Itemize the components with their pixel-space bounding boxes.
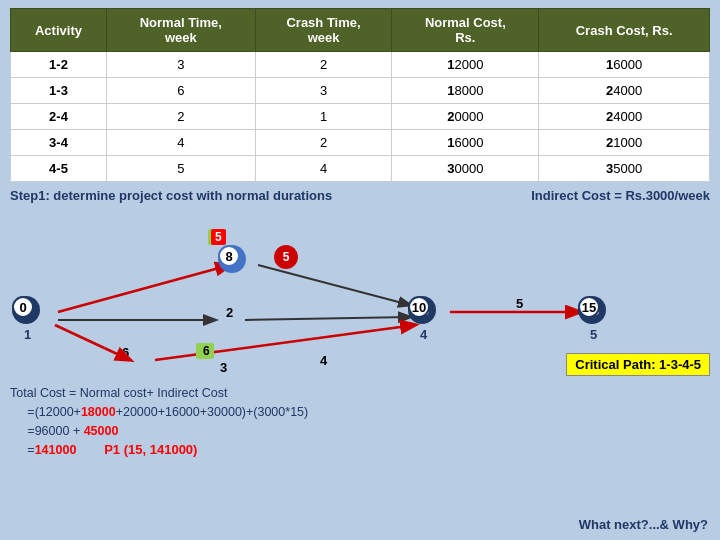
svg-line-5	[55, 325, 130, 360]
table-cell: 21000	[539, 130, 710, 156]
activity-table: Activity Normal Time,week Crash Time,wee…	[10, 8, 710, 182]
critical-path-box: Critical Path: 1-3-4-5	[566, 353, 710, 376]
col-header-crash-time: Crash Time,week	[255, 9, 392, 52]
table-cell: 4	[255, 156, 392, 182]
table-cell: 2-4	[11, 104, 107, 130]
cost-area: Total Cost = Normal cost+ Indirect Cost …	[0, 380, 720, 460]
step-area: Step1: determine project cost with norma…	[0, 186, 720, 203]
table-cell: 20000	[392, 104, 539, 130]
col-header-normal-cost: Normal Cost,Rs.	[392, 9, 539, 52]
table-cell: 4-5	[11, 156, 107, 182]
p1-label: P1 (15, 141000)	[104, 442, 197, 457]
node-inner-15: 15	[578, 296, 600, 318]
table-cell: 2	[255, 130, 392, 156]
svg-line-6	[155, 325, 415, 360]
col-header-crash-cost: Crash Cost, Rs.	[539, 9, 710, 52]
table-cell: 4	[106, 130, 255, 156]
total-cost-line2: =(12000+18000+20000+16000+30000)+(3000*1…	[10, 403, 710, 422]
table-cell: 2	[255, 52, 392, 78]
table-cell: 2	[106, 104, 255, 130]
table-cell: 6	[106, 78, 255, 104]
svg-line-1	[258, 265, 410, 305]
table-cell: 18000	[392, 78, 539, 104]
node-inner-0: 0	[12, 296, 34, 318]
table-cell: 16000	[539, 52, 710, 78]
indirect-text: Indirect Cost = Rs.3000/week	[531, 188, 710, 203]
table-cell: 1-2	[11, 52, 107, 78]
table-cell: 30000	[392, 156, 539, 182]
total-cost-line4: =141000 P1 (15, 141000)	[10, 440, 710, 460]
table-cell: 12000	[392, 52, 539, 78]
table-cell: 3	[106, 52, 255, 78]
node-inner-8: 8	[218, 245, 240, 267]
table-cell: 24000	[539, 104, 710, 130]
table-cell: 1-3	[11, 78, 107, 104]
network-diagram: 0 0 1 3 8 5 2 10 10 4 5 15 15 5 6 6 6 3 …	[0, 205, 720, 380]
table-cell: 1	[255, 104, 392, 130]
table-cell: 24000	[539, 78, 710, 104]
total-cost-line3: =96000 + 45000	[10, 422, 710, 441]
what-next-text: What next?...& Why?	[579, 517, 708, 532]
table-cell: 3-4	[11, 130, 107, 156]
total-cost-line1: Total Cost = Normal cost+ Indirect Cost	[10, 384, 710, 403]
col-header-normal-time: Normal Time,week	[106, 9, 255, 52]
table-cell: 5	[106, 156, 255, 182]
table-cell: 16000	[392, 130, 539, 156]
col-header-activity: Activity	[11, 9, 107, 52]
node-inner-10: 10	[408, 296, 430, 318]
svg-line-0	[58, 265, 230, 312]
table-cell: 35000	[539, 156, 710, 182]
node-critical-5: 5	[274, 245, 298, 269]
label-6b: 6	[199, 343, 214, 359]
label-5-top: 5	[211, 229, 226, 245]
step1-text: Step1: determine project cost with norma…	[10, 188, 332, 203]
table-container: Activity Normal Time,week Crash Time,wee…	[0, 0, 720, 186]
svg-line-3	[245, 317, 410, 320]
table-cell: 3	[255, 78, 392, 104]
